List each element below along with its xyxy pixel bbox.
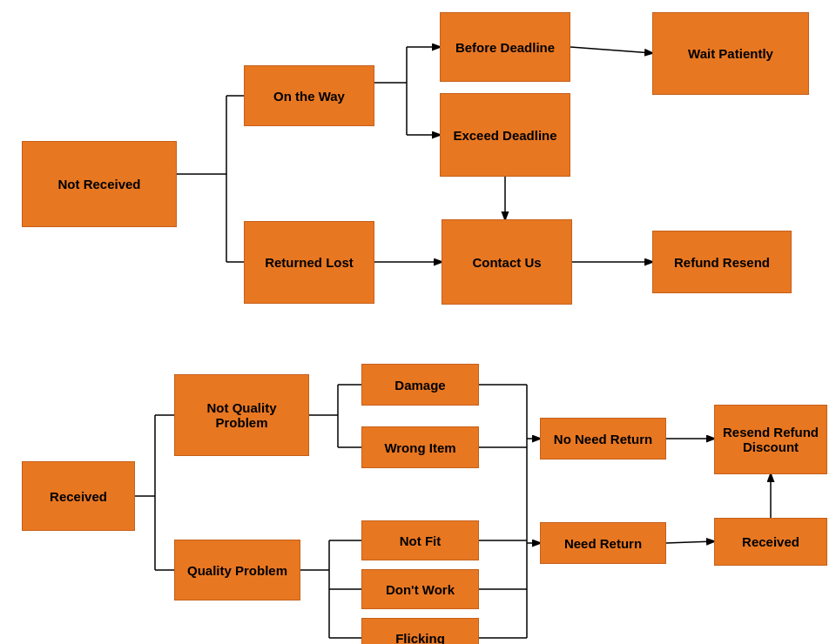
svg-line-40 xyxy=(666,541,714,543)
damage-box: Damage xyxy=(361,364,479,406)
need-return-box: Need Return xyxy=(540,522,666,564)
wait-patiently-box: Wait Patiently xyxy=(652,12,809,95)
resend-refund-box: Resend Refund Discount xyxy=(714,405,827,474)
dont-work-box: Don't Work xyxy=(361,569,479,609)
on-the-way-box: On the Way xyxy=(244,65,374,126)
not-fit-box: Not Fit xyxy=(361,520,479,560)
no-need-return-box: No Need Return xyxy=(540,418,666,460)
flicking-box: Flicking xyxy=(361,618,479,644)
returned-lost-box: Returned Lost xyxy=(244,221,374,304)
not-quality-box: Not Quality Problem xyxy=(174,374,309,456)
before-deadline-box: Before Deadline xyxy=(440,12,570,82)
exceed-deadline-box: Exceed Deadline xyxy=(440,93,570,177)
refund-resend-box: Refund Resend xyxy=(652,231,792,293)
received-end-box: Received xyxy=(714,518,827,566)
not-received-box: Not Received xyxy=(22,141,177,227)
contact-us-box: Contact Us xyxy=(442,219,572,305)
received-main-box: Received xyxy=(22,461,135,531)
wrong-item-box: Wrong Item xyxy=(361,426,479,468)
svg-line-10 xyxy=(570,47,652,53)
quality-problem-box: Quality Problem xyxy=(174,540,300,600)
